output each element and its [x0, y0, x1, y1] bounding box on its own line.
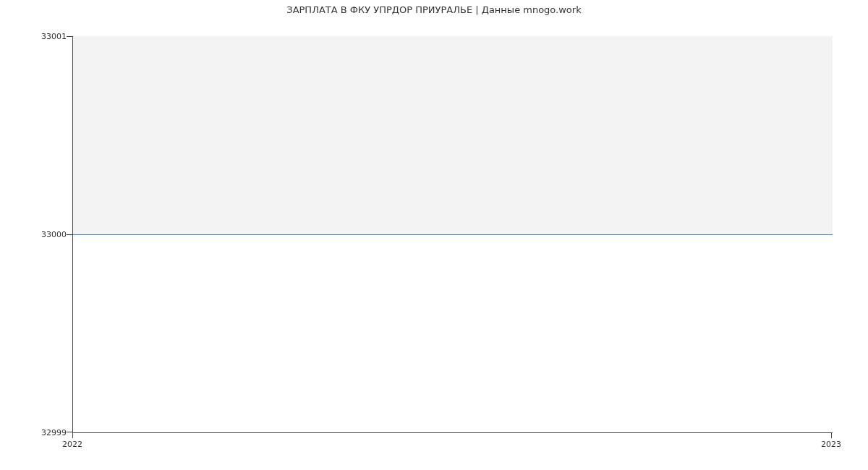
y-tick-label: 32999: [41, 428, 67, 437]
y-tick-label: 33001: [41, 32, 67, 41]
y-tick: [67, 234, 72, 235]
x-tick-label: 2023: [821, 440, 841, 449]
x-tick-label: 2022: [62, 440, 82, 449]
x-tick: [72, 432, 73, 438]
y-tick-label: 33000: [41, 230, 67, 239]
chart-title: ЗАРПЛАТА В ФКУ УПРДОР ПРИУРАЛЬЕ | Данные…: [0, 4, 868, 15]
plot-area: [72, 36, 833, 433]
data-line: [73, 234, 833, 235]
x-tick: [831, 432, 832, 438]
grid-band: [73, 36, 833, 234]
y-tick: [67, 36, 72, 37]
y-tick: [67, 432, 72, 432]
salary-chart: ЗАРПЛАТА В ФКУ УПРДОР ПРИУРАЛЬЕ | Данные…: [0, 0, 868, 470]
